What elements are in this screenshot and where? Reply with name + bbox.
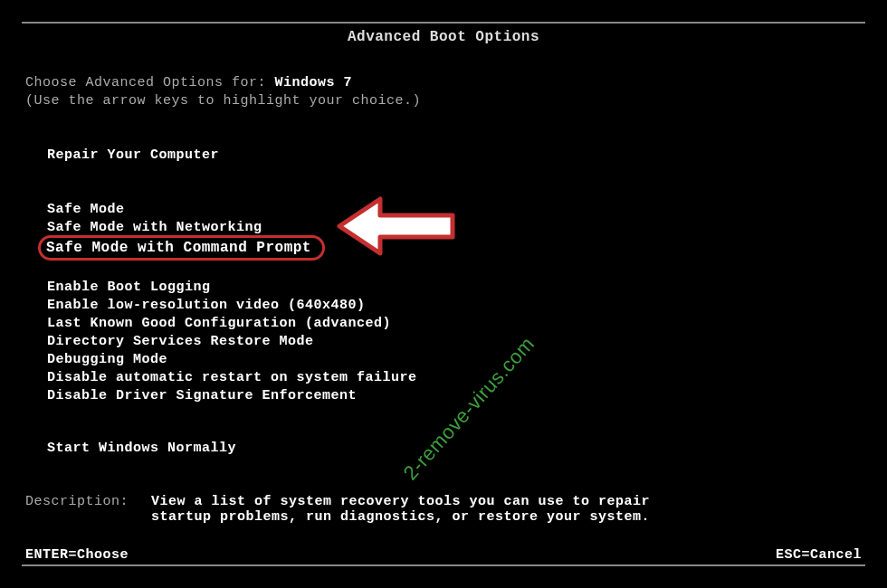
choose-line: Choose Advanced Options for: Windows 7 [25,74,862,92]
footer-enter: ENTER=Choose [25,547,129,563]
menu-debugging[interactable]: Debugging Mode [45,351,169,369]
menu-low-res-video[interactable]: Enable low-resolution video (640x480) [45,297,367,315]
footer-esc: ESC=Cancel [776,547,862,563]
menu-disable-driver-sig[interactable]: Disable Driver Signature Enforcement [45,387,358,405]
boot-options-frame: Advanced Boot Options Choose Advanced Op… [22,22,865,566]
description-label: Description: [25,494,151,525]
menu-safe-mode[interactable]: Safe Mode [45,201,127,219]
menu-disable-auto-restart[interactable]: Disable automatic restart on system fail… [45,369,419,387]
description-text: View a list of system recovery tools you… [151,494,650,525]
footer-bar: ENTER=Choose ESC=Cancel [25,547,862,563]
menu-repair[interactable]: Repair Your Computer [45,147,221,165]
menu-start-normally[interactable]: Start Windows Normally [45,440,238,458]
menu-last-known-good[interactable]: Last Known Good Configuration (advanced) [45,315,393,333]
menu-ds-restore[interactable]: Directory Services Restore Mode [45,333,316,351]
choose-prefix: Choose Advanced Options for: [25,75,275,90]
menu-safe-mode-networking[interactable]: Safe Mode with Networking [45,219,264,237]
os-name: Windows 7 [275,75,353,90]
description-line-2: startup problems, run diagnostics, or re… [151,509,650,525]
description-block: Description: View a list of system recov… [25,494,862,525]
page-title: Advanced Boot Options [22,24,865,51]
menu-boot-logging[interactable]: Enable Boot Logging [45,279,213,297]
description-line-1: View a list of system recovery tools you… [151,494,650,509]
content-area: Choose Advanced Options for: Windows 7 (… [22,51,865,525]
hint-line: (Use the arrow keys to highlight your ch… [25,92,862,110]
menu-safe-mode-cmd-selected[interactable]: Safe Mode with Command Prompt [38,235,325,261]
